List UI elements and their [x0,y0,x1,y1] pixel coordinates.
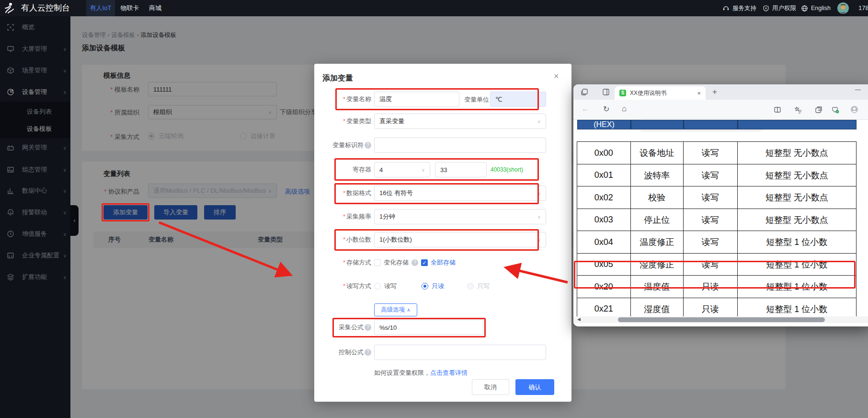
table-cell: 短整型 无小数点 [737,141,857,164]
collect-freq-select[interactable]: 1分钟 ∨ [374,209,546,224]
var-unit-input[interactable] [490,92,546,107]
register-address-input[interactable] [435,162,487,177]
table-cell: 湿度修正 [630,253,684,276]
var-name-input[interactable] [374,92,459,107]
register-select[interactable]: 4 ∨ [374,162,430,177]
decimal-select[interactable]: 1(小数位数) ∨ [374,232,546,247]
data-format-select[interactable]: 16位 有符号 ∨ [374,186,546,201]
table-cell: 校验 [630,186,684,209]
data-format-value: 16位 有符号 [379,189,413,197]
back-icon[interactable]: ← [582,104,589,113]
headset-icon [722,5,730,12]
chevron-down-icon: ∨ [537,191,541,196]
table-cell: 短整型 无小数点 [737,186,857,209]
decimal-label: 小数位数 [314,232,371,247]
table-cell: 读写 [683,186,738,209]
collections-icon[interactable] [815,106,822,114]
register-label: 寄存器 [314,162,371,177]
permission-hint: 如何设置变量权限，点击查看详情 [374,369,468,377]
register-select-value: 4 [379,166,383,174]
table-cell-highlight: 只读 [683,275,738,298]
var-identifier-input[interactable] [374,138,546,153]
hex-header-text: (HEX) [594,120,615,129]
table-cell: 短整型 无小数点 [737,164,857,187]
register-address-value[interactable] [440,166,481,174]
help-icon[interactable]: ? [365,349,371,356]
table-cell: 短整型 1 位小数 [737,231,857,254]
radio-write-only[interactable] [467,283,474,290]
rw-mode-label: 读写方式 [314,281,371,291]
shield-icon [763,5,769,12]
minimize-window-icon[interactable]: — [855,86,861,93]
change-storage-label: 变化存储 [384,258,409,267]
scroll-left-icon[interactable]: ◀ [577,317,581,322]
radio-read-write[interactable] [374,283,381,290]
new-tab-icon[interactable]: + [712,87,717,97]
confirm-button[interactable]: 确认 [515,379,554,395]
tab-youren-iot[interactable]: 有人IoT [86,0,115,16]
var-type-select[interactable]: 直采变量 ∨ [374,114,546,129]
scrollbar-thumb[interactable] [618,317,825,322]
profile-icon[interactable] [850,105,858,114]
tab-iot-card[interactable]: 物联卡 [119,0,141,16]
help-icon[interactable]: ? [365,142,371,149]
help-icon[interactable]: ? [411,259,418,266]
chevron-down-icon: ∨ [537,214,541,220]
permission-menu[interactable]: 用户权限 [763,0,796,16]
radio-read-only[interactable] [422,283,428,290]
table-cell: 温度修正 [630,231,684,254]
collect-freq-value: 1分钟 [379,212,395,221]
collect-formula-input[interactable] [374,320,483,335]
browser-active-tab[interactable]: S XX使用说明书 × [615,86,706,100]
view-details-link[interactable]: 点击查看详情 [430,369,468,376]
table-cell: 0x02 [577,186,631,209]
checkbox-all-storage[interactable]: ✓ [421,259,428,266]
all-storage-label: 全部存储 [431,258,456,267]
decimal-value: 1(小数位数) [379,235,412,244]
table-cell: 读写 [683,141,738,164]
language-menu[interactable]: English [801,0,831,16]
var-unit-label: 变量单位 [464,95,489,104]
support-menu[interactable]: 服务支持 [722,0,756,16]
control-formula-label-text: 控制公式 [339,348,364,357]
rw-mode-options: 读写 只读 只写 [374,281,490,291]
table-cell-highlight: 0x20 [577,275,631,298]
close-icon[interactable]: × [554,71,559,81]
var-name-label: 变量名称 [314,92,371,107]
advanced-options-toggle[interactable]: 高级选项 ∧ [374,303,417,316]
table-cell: 短整型 1 位小数 [737,253,857,276]
checkbox-change-storage[interactable] [374,259,381,266]
workspace-icon[interactable] [602,88,610,96]
data-format-label: 数据格式 [314,186,371,201]
permission-label: 用户权限 [772,4,796,12]
horizontal-scrollbar[interactable]: ◀ [573,316,868,323]
tab-mall[interactable]: 商城 [147,0,164,16]
add-variable-modal: 添加变量 × 变量名称 变量单位 变量类型 直采变量 ∨ 变量标识符 ? 寄存器… [314,64,571,402]
logo-icon [4,2,16,14]
favorites-icon[interactable] [794,106,802,114]
tab-stack-icon[interactable] [581,88,588,96]
avatar[interactable] [837,2,849,14]
var-unit-value[interactable] [495,96,541,103]
control-formula-value[interactable] [379,349,541,356]
table-cell: 停止位 [630,209,684,232]
split-screen-icon[interactable] [774,106,781,114]
help-icon[interactable]: ? [365,324,371,331]
browser-essentials-icon[interactable] [831,106,839,114]
control-formula-input[interactable] [374,345,546,360]
cancel-button[interactable]: 取消 [472,379,509,395]
table-cell: 短整型 无小数点 [737,209,857,232]
var-identifier-value[interactable] [379,142,541,149]
refresh-icon[interactable]: ↻ [603,104,609,114]
var-identifier-label: 变量标识符 ? [314,138,371,153]
read-only-label: 只读 [432,282,444,290]
table-cell: 0x03 [577,209,631,232]
account-phone[interactable]: 17866 [858,0,868,16]
collect-formula-value[interactable] [379,324,478,331]
tab-close-icon[interactable]: × [697,90,701,97]
globe-icon [801,5,808,12]
table-cell: 读写 [683,253,738,276]
home-icon[interactable]: ⌂ [622,104,627,114]
var-name-value[interactable] [379,96,454,103]
table-cell: 波特率 [630,164,684,187]
